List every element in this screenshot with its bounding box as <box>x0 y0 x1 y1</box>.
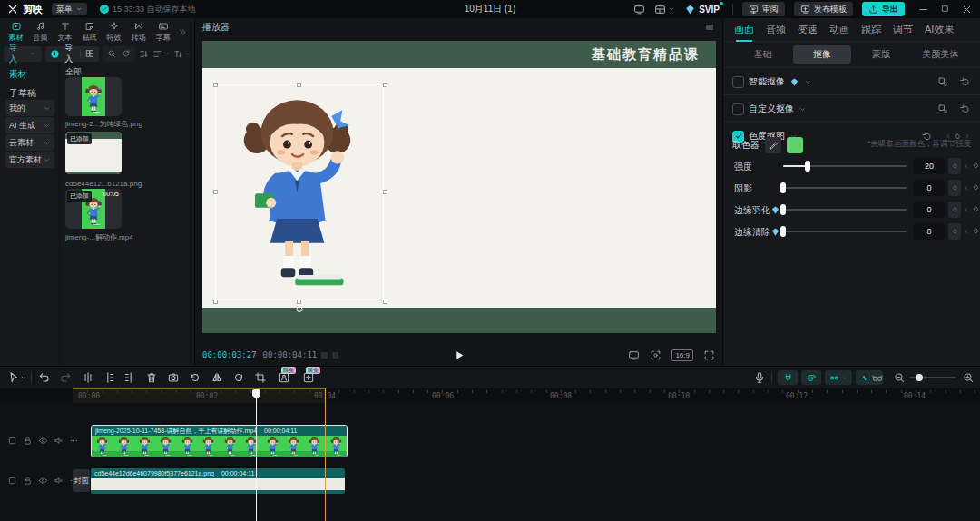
split-button[interactable] <box>82 371 94 384</box>
delete-button[interactable] <box>145 371 158 384</box>
keyframe-control[interactable] <box>963 183 980 192</box>
edge-clean-slider[interactable] <box>783 231 906 232</box>
tab-picture[interactable]: 画面 <box>734 18 754 42</box>
tab-ai-effects[interactable]: AI效果 <box>925 18 954 42</box>
more-tabs-icon[interactable] <box>177 27 187 37</box>
selection-handle[interactable] <box>383 300 387 304</box>
caret-down-icon[interactable] <box>804 78 812 86</box>
filter-button[interactable] <box>173 49 191 59</box>
player-mode-icon[interactable] <box>633 4 645 15</box>
reset-icon[interactable] <box>960 76 971 87</box>
timeline-view-icon[interactable] <box>871 371 884 384</box>
edge-feather-value[interactable]: 0 <box>914 202 945 218</box>
tab-material[interactable]: 素材 <box>4 21 28 43</box>
split-left-delete-button[interactable] <box>103 371 115 384</box>
custom-matting-checkbox[interactable] <box>732 103 744 115</box>
mute-icon[interactable] <box>54 476 64 486</box>
preview-quality-icon[interactable] <box>628 349 640 361</box>
sidebar-item-official[interactable]: 官方素材 <box>5 152 54 168</box>
eye-icon[interactable] <box>38 436 48 446</box>
keyframe-diamond-icon[interactable] <box>972 205 980 213</box>
player-menu-icon[interactable] <box>704 22 715 33</box>
media-item-thumbnail[interactable]: 已添加 <box>65 132 122 174</box>
keyframe-prev-icon[interactable] <box>963 162 970 170</box>
selection-handle[interactable] <box>213 190 218 194</box>
minimize-icon[interactable] <box>917 4 929 15</box>
export-button[interactable]: 导出 <box>862 2 905 16</box>
strength-slider[interactable] <box>783 165 906 167</box>
reset-icon[interactable] <box>960 103 971 114</box>
freeze-frame-button[interactable] <box>167 371 180 384</box>
keyframe-control[interactable] <box>963 162 980 170</box>
caret-down-icon[interactable] <box>20 371 27 384</box>
media-item-thumbnail[interactable] <box>65 77 122 116</box>
keyframe-diamond-icon[interactable] <box>972 183 980 192</box>
tab-speed[interactable]: 变速 <box>798 18 818 42</box>
image-clip[interactable]: cd5e44e12d6e46079980f5377e6121a.png 00:0… <box>91 468 345 494</box>
sidebar-item-material[interactable]: 素材 <box>9 68 27 81</box>
keyframe-prev-icon[interactable] <box>963 206 970 213</box>
undo-button[interactable] <box>38 371 51 384</box>
refresh-icon[interactable] <box>122 49 131 58</box>
edge-feather-slider[interactable] <box>783 209 906 211</box>
edge-clean-value[interactable]: 0 <box>914 223 945 240</box>
apply-all-icon[interactable] <box>937 76 948 87</box>
frame-back-icon[interactable] <box>321 352 328 359</box>
mirror-button[interactable] <box>211 371 223 384</box>
keyframe-prev-icon[interactable] <box>963 228 970 235</box>
sidebar-item-mine[interactable]: 我的 <box>5 100 54 116</box>
tab-animation[interactable]: 动画 <box>829 18 849 42</box>
sidebar-item-subdraft[interactable]: 子草稿 <box>9 87 36 100</box>
split-right-delete-button[interactable] <box>123 371 136 384</box>
preview-canvas[interactable]: 基础教育精品课 <box>202 41 716 333</box>
import-select[interactable]: 导入 <box>4 46 42 62</box>
tab-tracking[interactable]: 跟踪 <box>861 18 881 42</box>
keyframe-control[interactable] <box>963 227 980 235</box>
tab-audio[interactable]: 音频 <box>766 18 786 42</box>
zoom-in-icon[interactable] <box>962 371 975 384</box>
smart-matting-checkbox[interactable] <box>732 76 744 88</box>
svip-badge[interactable]: SVIP <box>684 4 723 15</box>
track-type-icon[interactable] <box>7 476 17 486</box>
publish-template-button[interactable]: 发布模板 <box>794 2 853 16</box>
eyedropper-button[interactable] <box>765 137 781 153</box>
strength-stepper[interactable] <box>948 158 961 174</box>
reverse-button[interactable] <box>189 371 201 384</box>
review-button[interactable]: 审阅 <box>742 2 785 16</box>
menu-button[interactable]: 菜单 <box>52 3 87 15</box>
cover-button[interactable]: 封面 <box>73 469 90 492</box>
playhead[interactable] <box>252 389 260 399</box>
subtab-mask[interactable]: 蒙版 <box>853 45 910 64</box>
maximize-icon[interactable] <box>940 4 950 14</box>
lock-icon[interactable] <box>23 476 33 486</box>
strength-value[interactable]: 20 <box>914 158 945 174</box>
subtab-basic[interactable]: 基础 <box>734 45 791 64</box>
selection-handle[interactable] <box>297 83 301 87</box>
import-button-group[interactable]: 导入 <box>45 46 99 62</box>
selection-handle[interactable] <box>383 83 387 87</box>
selection-box[interactable] <box>215 84 384 300</box>
tab-effects[interactable]: 特效 <box>102 21 126 43</box>
selection-handle[interactable] <box>213 83 218 87</box>
apply-all-icon[interactable] <box>937 103 948 114</box>
caret-down-icon[interactable] <box>799 105 807 113</box>
tab-transition[interactable]: 转场 <box>126 21 151 43</box>
search-box[interactable] <box>103 46 135 62</box>
selection-handle[interactable] <box>213 300 218 304</box>
frame-forward-icon[interactable] <box>332 352 338 359</box>
keyframe-prev-icon[interactable] <box>963 184 970 192</box>
timeline-ruler[interactable]: 00:00 00:02 00:04 00:06 00:08 00:10 00:1… <box>0 388 980 403</box>
shadow-value[interactable]: 0 <box>914 180 945 196</box>
tab-audio[interactable]: 音频 <box>28 21 53 43</box>
mute-icon[interactable] <box>54 436 64 446</box>
eye-icon[interactable] <box>38 476 48 486</box>
keyframe-diamond-icon[interactable] <box>972 162 980 170</box>
shadow-slider[interactable] <box>783 187 906 189</box>
auto-snap-toggle[interactable] <box>801 370 821 385</box>
tab-sticker[interactable]: 贴纸 <box>77 21 102 43</box>
fullscreen-icon[interactable] <box>703 349 715 361</box>
shadow-stepper[interactable] <box>948 180 961 196</box>
sidebar-item-ai-generated[interactable]: AI 生成 <box>5 117 54 133</box>
sort-list-button[interactable] <box>152 49 170 59</box>
lock-icon[interactable] <box>23 436 33 446</box>
